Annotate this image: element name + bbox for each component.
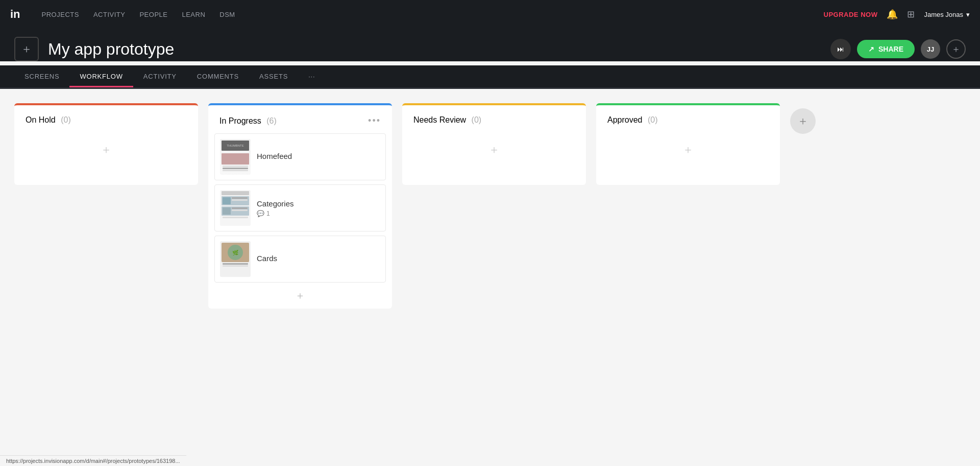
card-list-in-progress: THUMBNTE Homefeed (208, 133, 392, 283)
tabs-bar: SCREENS WORKFLOW ACTIVITY COMMENTS ASSET… (0, 65, 980, 87)
column-on-hold-title: On Hold (0) (26, 115, 71, 125)
chevron-down-icon: ▾ (966, 11, 970, 18)
tab-screens[interactable]: SCREENS (14, 65, 69, 87)
share-icon: ↗ (868, 45, 874, 53)
avatar[interactable]: JJ (921, 39, 940, 59)
column-on-hold-add-button[interactable]: ＋ (14, 132, 198, 168)
column-in-progress: In Progress (6) ••• THUMBNTE (208, 103, 392, 309)
tab-activity[interactable]: ACTIVITY (133, 65, 187, 87)
column-in-progress-menu[interactable]: ••• (368, 115, 381, 126)
column-on-hold-header: On Hold (0) (14, 105, 198, 132)
column-in-progress-header: In Progress (6) ••• (208, 105, 392, 133)
card-homefeed-info: Homefeed (257, 152, 380, 162)
comment-icon: 💬 (257, 210, 264, 217)
card-homefeed-thumbnail: THUMBNTE (220, 139, 251, 175)
fast-forward-icon: ⏭ (837, 45, 844, 53)
column-needs-review-add-button[interactable]: ＋ (402, 132, 586, 168)
nav-people[interactable]: PEOPLE (139, 11, 167, 18)
card-categories-comment-count: 1 (266, 210, 270, 217)
upgrade-button[interactable]: UPGRADE NOW (824, 11, 878, 18)
top-nav-right: UPGRADE NOW 🔔 ⊞ James Jonas ▾ (824, 9, 970, 20)
column-approved-header: Approved (0) (596, 105, 780, 132)
top-navigation: in PROJECTS ACTIVITY PEOPLE LEARN DSM UP… (0, 0, 980, 29)
add-column-button[interactable]: ＋ (790, 108, 816, 134)
column-needs-review-header: Needs Review (0) (402, 105, 586, 132)
nav-learn[interactable]: LEARN (182, 11, 205, 18)
column-needs-review-title: Needs Review (0) (413, 115, 481, 125)
column-needs-review: Needs Review (0) ＋ (402, 103, 586, 185)
preview-button[interactable]: ⏭ (830, 39, 851, 59)
nav-projects[interactable]: PROJECTS (42, 11, 79, 18)
card-categories-info: Categories 💬 1 (257, 199, 380, 217)
card-cards-thumbnail: 🌿 (220, 241, 251, 277)
tab-comments[interactable]: COMMENTS (187, 65, 249, 87)
add-project-button[interactable]: ＋ (14, 37, 39, 61)
user-menu[interactable]: James Jonas ▾ (924, 11, 970, 18)
column-in-progress-title: In Progress (6) (219, 116, 277, 126)
tab-more[interactable]: ··· (298, 65, 325, 87)
share-button[interactable]: ↗ SHARE (857, 40, 915, 58)
plus-icon: ＋ (797, 113, 808, 129)
notifications-icon[interactable]: 🔔 (887, 9, 898, 20)
card-categories-name: Categories (257, 199, 380, 208)
nav-activity[interactable]: ACTIVITY (93, 11, 126, 18)
tab-workflow[interactable]: WORKFLOW (69, 65, 133, 87)
workflow-board: On Hold (0) ＋ In Progress (6) ••• THUMBN… (0, 89, 980, 453)
share-label: SHARE (878, 45, 903, 53)
add-collaborator-button[interactable]: ＋ (946, 39, 966, 59)
nav-links: PROJECTS ACTIVITY PEOPLE LEARN DSM (42, 11, 807, 18)
column-on-hold: On Hold (0) ＋ (14, 103, 198, 185)
user-name: James Jonas (924, 11, 963, 18)
column-in-progress-add-button[interactable]: ＋ (208, 283, 392, 309)
plus-icon: ＋ (21, 41, 32, 57)
nav-dsm[interactable]: DSM (219, 11, 235, 18)
card-cards[interactable]: 🌿 Cards (214, 236, 386, 283)
tab-assets[interactable]: ASSETS (249, 65, 298, 87)
apps-icon[interactable]: ⊞ (907, 9, 915, 20)
card-categories-thumbnail (220, 190, 251, 226)
card-categories-meta: 💬 1 (257, 210, 380, 217)
card-homefeed-name: Homefeed (257, 152, 380, 160)
card-categories[interactable]: Categories 💬 1 (214, 184, 386, 231)
plus-icon: ＋ (951, 43, 961, 55)
header-actions: ⏭ ↗ SHARE JJ ＋ (830, 39, 966, 59)
column-approved: Approved (0) ＋ (596, 103, 780, 185)
project-header: ＋ My app prototype ⏭ ↗ SHARE JJ ＋ (0, 29, 980, 61)
column-approved-add-button[interactable]: ＋ (596, 132, 780, 168)
card-cards-info: Cards (257, 254, 380, 265)
app-logo[interactable]: in (10, 8, 20, 21)
column-approved-title: Approved (0) (607, 115, 658, 125)
card-cards-name: Cards (257, 254, 380, 263)
card-homefeed[interactable]: THUMBNTE Homefeed (214, 133, 386, 180)
project-title: My app prototype (48, 40, 821, 59)
